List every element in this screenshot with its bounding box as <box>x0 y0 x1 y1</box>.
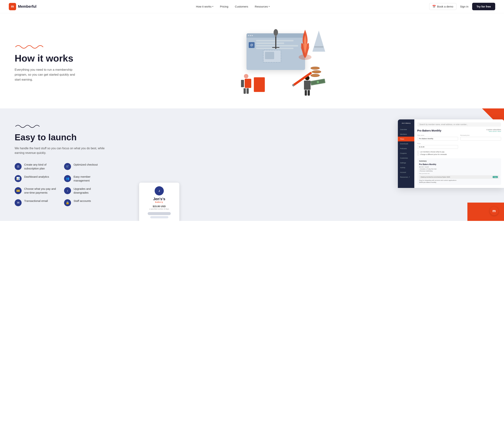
sidebar-item-resources[interactable]: Resources ↗ <box>398 175 414 179</box>
feature-staff-accounts: 🔒 Staff accounts <box>64 199 106 206</box>
dashboard-preview: Jen's Bakery Overview Members Plans Down… <box>398 120 504 188</box>
checkbox-icon-2 <box>417 154 419 155</box>
book-demo-button[interactable]: 📅 Book a demo <box>429 3 456 10</box>
checkout-days: a specified number of days <box>149 208 169 210</box>
checkout-button-2 <box>150 216 168 218</box>
sidebar-item-members[interactable]: Members <box>398 132 414 137</box>
nav-link-resources[interactable]: Resources ▾ <box>255 5 270 8</box>
feature-label-checkout: Optimized checkout <box>73 163 98 166</box>
copy-url-button[interactable]: Copy <box>493 176 498 178</box>
sidebar-item-activity[interactable]: Activity <box>398 165 414 170</box>
hero-art: @ <box>235 28 331 97</box>
memberful-badge: m <box>490 207 498 215</box>
plan-name-label: Plan name <box>417 134 458 136</box>
sidebar-item-downloads[interactable]: Downloads <box>398 141 414 146</box>
chevron-down-icon-2: ▾ <box>269 5 270 8</box>
feature-label-payment: Choose what you pay and one-time payment… <box>24 187 57 194</box>
summary-feature-2: • Renews indefinitely <box>419 170 499 172</box>
summary-price: $15.00 / month <box>419 166 499 168</box>
price-field-main: Price <box>417 143 458 149</box>
subscriber-count: 8 active subscribers View cancel / More <box>486 129 501 132</box>
nav-link-pricing[interactable]: Pricing <box>220 5 228 8</box>
feature-upgrades: ↕ Upgrades and downgrades <box>64 187 106 194</box>
hero-title: How it works <box>15 53 77 64</box>
dashboard-sidebar: Jen's Bakery Overview Members Plans Down… <box>398 120 414 188</box>
plan-name-input[interactable] <box>417 137 458 140</box>
svg-rect-2 <box>314 46 323 48</box>
checkout-card: J Jen's's bakery $15.00 USD a specified … <box>139 183 179 221</box>
checkbox-icon <box>417 151 419 153</box>
sidebar-item-podcasts[interactable]: Podcasts <box>398 146 414 151</box>
price-field: Renewal price <box>460 134 501 140</box>
launch-squiggle <box>15 123 106 129</box>
dashboard-search-bar[interactable]: Search by member name, email address, or… <box>417 122 501 127</box>
price-label: Price <box>417 143 458 144</box>
checkout-icon: 🛒 <box>64 163 71 170</box>
launch-left: Easy to launch We handle the hard stuff … <box>15 123 106 221</box>
calendar-icon: 📅 <box>432 5 436 8</box>
form-checkboxes: Let members choose what to pay Charge a … <box>417 151 501 156</box>
svg-rect-4 <box>272 47 279 48</box>
nav-right: 📅 Book a demo Sign in Try for free <box>429 3 495 10</box>
view-cancel-link[interactable]: View cancel / More <box>486 131 501 132</box>
sidebar-item-settings[interactable]: Settings <box>398 160 414 165</box>
svg-text:J: J <box>159 190 160 192</box>
summary-url-box: //bakery.memberful.com/checkout?plan=364… <box>419 175 499 179</box>
summary-slug-value: 36453-pro-bakers-monthly <box>419 182 499 183</box>
upgrades-icon: ↕ <box>64 187 71 194</box>
sidebar-logo-text: Jen's Bakery <box>399 122 413 124</box>
coins <box>311 67 325 86</box>
sign-in-link[interactable]: Sign in <box>460 5 468 8</box>
nav-link-how-it-works[interactable]: How it works ▾ <box>196 5 213 8</box>
checkbox-member-choose[interactable]: Let members choose what to pay <box>417 151 501 153</box>
nav-link-customers[interactable]: Customers <box>235 5 248 8</box>
dashed-card <box>263 50 281 63</box>
checkout-bakery-name: Jen's's <box>153 197 165 201</box>
summary-heading: Summary <box>419 160 499 162</box>
renewal-price-input[interactable] <box>460 137 501 140</box>
summary-slug-label: Slug for integrating with services and c… <box>419 179 499 181</box>
purchase-link-label: Plan purchase link <box>419 173 499 174</box>
summary-plan-name: Pro Bakers Monthly <box>419 163 499 166</box>
microphone <box>270 29 281 51</box>
plan-header: Pro Bakers Monthly 8 active subscribers … <box>417 129 501 132</box>
members-icon: 👥 <box>64 175 71 182</box>
sidebar-item-coupons[interactable]: Coupons <box>398 151 414 156</box>
feature-label-members: Easy member management <box>73 175 106 183</box>
navbar: m Memberful How it works ▾ Pricing Custo… <box>0 0 504 13</box>
feature-dashboard-analytics: 📊 Dashboard analytics <box>15 175 57 183</box>
checkout-bakery-sub: bakery <box>155 201 163 203</box>
feature-transactional-email: ✉ Transactional email <box>15 199 57 206</box>
summary-panel: Summary Pro Bakers Monthly $15.00 / mont… <box>417 158 501 185</box>
hero-squiggle <box>15 43 77 49</box>
feature-label-upgrades: Upgrades and downgrades <box>73 187 106 194</box>
feature-label-email: Transactional email <box>24 199 48 203</box>
sidebar-item-account[interactable]: Account <box>398 170 414 175</box>
orange-bottom-decoration <box>468 203 504 221</box>
feature-label-subscription: Create any kind of subscription plan <box>24 163 57 170</box>
hero-subtitle: Everything you need to run a membership … <box>15 67 77 82</box>
feature-subscription-plan: ⚖ Create any kind of subscription plan <box>15 163 57 170</box>
plan-name-field: Plan name <box>417 134 458 140</box>
sidebar-item-overview[interactable]: Overview <box>398 127 414 132</box>
features-grid: ⚖ Create any kind of subscription plan 🛒… <box>15 163 106 206</box>
checkout-button-1 <box>148 212 171 215</box>
sidebar-site-name: Jen's Bakery <box>398 122 414 127</box>
email-icon: ✉ <box>15 199 22 206</box>
hero-left-content: How it works Everything you need to run … <box>15 43 77 82</box>
checkout-bakery-logo: J <box>155 186 164 195</box>
checkbox-renewal-price[interactable]: Charge a different price for renewals <box>417 154 501 155</box>
svg-point-5 <box>274 29 278 36</box>
nav-logo[interactable]: m Memberful <box>9 3 36 10</box>
feature-label-staff: Staff accounts <box>73 199 91 203</box>
sidebar-item-customize[interactable]: Customize <box>398 156 414 160</box>
hero-illustration: @ <box>77 28 489 97</box>
logo-icon: m <box>9 3 16 10</box>
sidebar-item-plans[interactable]: Plans <box>398 137 414 141</box>
feature-payment-options: 💳 Choose what you pay and one-time payme… <box>15 187 57 194</box>
growth-arrow <box>311 30 327 54</box>
try-free-button[interactable]: Try for free <box>472 3 495 10</box>
analytics-icon: 📊 <box>15 175 22 182</box>
nav-links: How it works ▾ Pricing Customers Resourc… <box>196 5 270 8</box>
price-input[interactable] <box>417 145 458 149</box>
